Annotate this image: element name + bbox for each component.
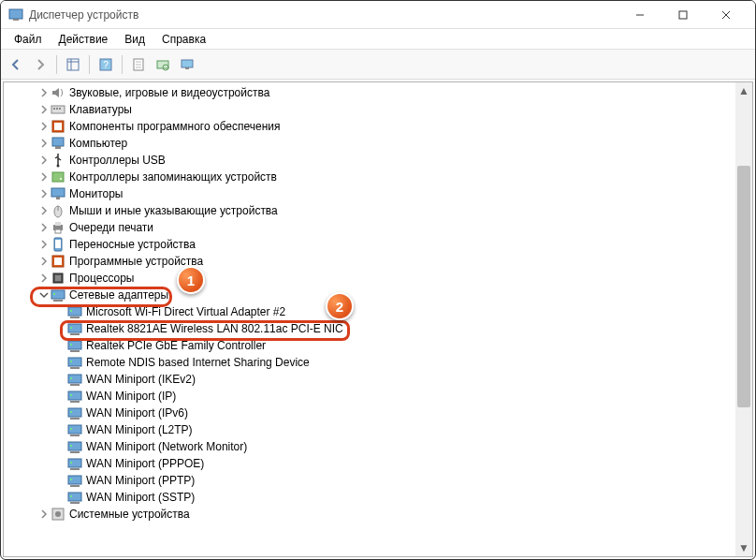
device-item[interactable]: Realtek PCIe GbE Family Controller bbox=[4, 337, 735, 354]
svg-point-48 bbox=[70, 310, 72, 312]
device-category[interactable]: Контроллеры USB bbox=[4, 152, 735, 169]
tree-node-label[interactable]: Мониторы bbox=[69, 187, 123, 200]
chevron-right-icon[interactable] bbox=[37, 255, 51, 268]
device-category[interactable]: Сетевые адаптеры bbox=[4, 287, 735, 303]
svg-rect-61 bbox=[68, 391, 81, 400]
chevron-right-icon[interactable] bbox=[37, 508, 51, 521]
scan-hardware-button[interactable] bbox=[152, 53, 174, 76]
svg-rect-56 bbox=[70, 367, 80, 369]
device-item[interactable]: WAN Miniport (IPv6) bbox=[4, 405, 735, 421]
tree-node-label[interactable]: WAN Miniport (Network Monitor) bbox=[86, 440, 247, 453]
device-item[interactable]: WAN Miniport (IP) bbox=[4, 388, 735, 405]
close-button[interactable] bbox=[705, 1, 748, 29]
tree-node-label[interactable]: Мыши и иные указывающие устройства bbox=[69, 204, 278, 217]
device-category[interactable]: Контроллеры запоминающих устройств bbox=[4, 169, 735, 185]
device-item[interactable]: Microsoft Wi-Fi Direct Virtual Adapter #… bbox=[4, 303, 735, 320]
tree-node-label[interactable]: Контроллеры USB bbox=[69, 154, 166, 167]
chevron-right-icon[interactable] bbox=[37, 272, 51, 285]
device-item[interactable]: Realtek 8821AE Wireless LAN 802.11ac PCI… bbox=[4, 320, 735, 337]
chevron-right-icon[interactable] bbox=[37, 238, 51, 251]
minimize-button[interactable] bbox=[618, 1, 662, 29]
tree-node-label[interactable]: Контроллеры запоминающих устройств bbox=[69, 170, 277, 184]
chevron-right-icon[interactable] bbox=[37, 221, 51, 234]
device-category[interactable]: Процессоры bbox=[4, 270, 735, 287]
device-category[interactable]: Звуковые, игровые и видеоустройства bbox=[4, 84, 735, 101]
svg-point-27 bbox=[57, 165, 60, 168]
chevron-right-icon[interactable] bbox=[37, 154, 51, 167]
tree-node-label[interactable]: Очереди печати bbox=[69, 221, 153, 234]
nic-icon bbox=[67, 490, 82, 505]
device-category[interactable]: Переносные устройства bbox=[4, 236, 735, 253]
tree-node-label[interactable]: Компьютер bbox=[69, 137, 127, 150]
svg-point-81 bbox=[70, 495, 72, 497]
device-item[interactable]: WAN Miniport (PPPOE) bbox=[4, 455, 735, 472]
tree-node-label[interactable]: WAN Miniport (L2TP) bbox=[86, 423, 193, 436]
tree-spacer bbox=[54, 373, 67, 386]
device-category[interactable]: Мониторы bbox=[4, 185, 735, 202]
tree-node-label[interactable]: Процессоры bbox=[69, 272, 135, 285]
device-tree[interactable]: Звуковые, игровые и видеоустройстваКлави… bbox=[4, 82, 735, 556]
properties-button[interactable] bbox=[127, 53, 150, 76]
device-item[interactable]: WAN Miniport (PPTP) bbox=[4, 472, 735, 489]
nic-icon bbox=[67, 405, 82, 420]
menu-file[interactable]: Файл bbox=[7, 31, 50, 48]
chevron-right-icon[interactable] bbox=[37, 170, 51, 184]
scrollbar[interactable]: ▲ ▼ bbox=[735, 82, 752, 556]
chevron-right-icon[interactable] bbox=[37, 103, 51, 116]
device-category[interactable]: Программные устройства bbox=[4, 253, 735, 270]
maximize-button[interactable] bbox=[662, 1, 705, 29]
device-item[interactable]: WAN Miniport (IKEv2) bbox=[4, 371, 735, 388]
svg-rect-35 bbox=[55, 222, 61, 226]
device-item[interactable]: Remote NDIS based Internet Sharing Devic… bbox=[4, 354, 735, 371]
monitor-button[interactable] bbox=[176, 53, 198, 76]
show-hide-tree-button[interactable] bbox=[62, 53, 84, 76]
device-category[interactable]: Мыши и иные указывающие устройства bbox=[4, 202, 735, 219]
menu-view[interactable]: Вид bbox=[117, 31, 153, 48]
tree-node-label[interactable]: Сетевые адаптеры bbox=[69, 288, 168, 302]
scroll-thumb[interactable] bbox=[737, 166, 750, 408]
tree-node-label[interactable]: Компоненты программного обеспечения bbox=[69, 120, 281, 133]
tree-node-label[interactable]: Microsoft Wi-Fi Direct Virtual Adapter #… bbox=[86, 305, 285, 318]
svg-rect-28 bbox=[52, 172, 64, 182]
device-category[interactable]: Системные устройства bbox=[4, 506, 735, 523]
scroll-up-button[interactable]: ▲ bbox=[735, 82, 752, 99]
tree-node-label[interactable]: Системные устройства bbox=[69, 508, 190, 521]
chevron-down-icon[interactable] bbox=[37, 288, 51, 302]
forward-button[interactable] bbox=[29, 53, 51, 76]
device-category[interactable]: Компьютер bbox=[4, 135, 735, 152]
device-item[interactable]: WAN Miniport (L2TP) bbox=[4, 421, 735, 438]
tree-node-label[interactable]: Realtek PCIe GbE Family Controller bbox=[86, 339, 266, 352]
chevron-right-icon[interactable] bbox=[37, 137, 51, 150]
tree-spacer bbox=[54, 406, 67, 420]
scroll-down-button[interactable]: ▼ bbox=[735, 539, 752, 556]
tree-node-label[interactable]: Realtek 8821AE Wireless LAN 802.11ac PCI… bbox=[86, 322, 343, 335]
tree-spacer bbox=[54, 491, 67, 504]
tree-node-label[interactable]: WAN Miniport (PPTP) bbox=[86, 474, 195, 487]
device-category[interactable]: Очереди печати bbox=[4, 219, 735, 236]
device-item[interactable]: WAN Miniport (SSTP) bbox=[4, 489, 735, 506]
tree-node-label[interactable]: WAN Miniport (PPPOE) bbox=[86, 457, 204, 470]
tree-node-label[interactable]: Remote NDIS based Internet Sharing Devic… bbox=[86, 356, 310, 369]
toolbar-separator bbox=[89, 55, 90, 74]
chevron-right-icon[interactable] bbox=[37, 86, 51, 99]
tree-node-label[interactable]: Переносные устройства bbox=[69, 238, 196, 251]
tree-node-label[interactable]: WAN Miniport (IKEv2) bbox=[86, 373, 196, 386]
tree-node-label[interactable]: WAN Miniport (IPv6) bbox=[86, 406, 188, 420]
help-button[interactable]: ? bbox=[94, 53, 117, 76]
chevron-right-icon[interactable] bbox=[37, 187, 51, 200]
device-item[interactable]: WAN Miniport (Network Monitor) bbox=[4, 438, 735, 455]
back-button[interactable] bbox=[5, 53, 27, 76]
chevron-right-icon[interactable] bbox=[37, 120, 51, 133]
menu-action[interactable]: Действие bbox=[51, 31, 116, 48]
tree-node-label[interactable]: WAN Miniport (SSTP) bbox=[86, 491, 195, 504]
device-category[interactable]: Компоненты программного обеспечения bbox=[4, 118, 735, 135]
tree-node-label[interactable]: Программные устройства bbox=[69, 255, 203, 268]
device-category[interactable]: Клавиатуры bbox=[4, 101, 735, 118]
menu-help[interactable]: Справка bbox=[154, 31, 213, 48]
tree-node-label[interactable]: Клавиатуры bbox=[69, 103, 132, 116]
scroll-track[interactable] bbox=[735, 99, 752, 539]
speaker-icon bbox=[51, 85, 65, 100]
tree-node-label[interactable]: WAN Miniport (IP) bbox=[86, 390, 176, 403]
chevron-right-icon[interactable] bbox=[37, 204, 51, 217]
tree-node-label[interactable]: Звуковые, игровые и видеоустройства bbox=[69, 86, 269, 99]
